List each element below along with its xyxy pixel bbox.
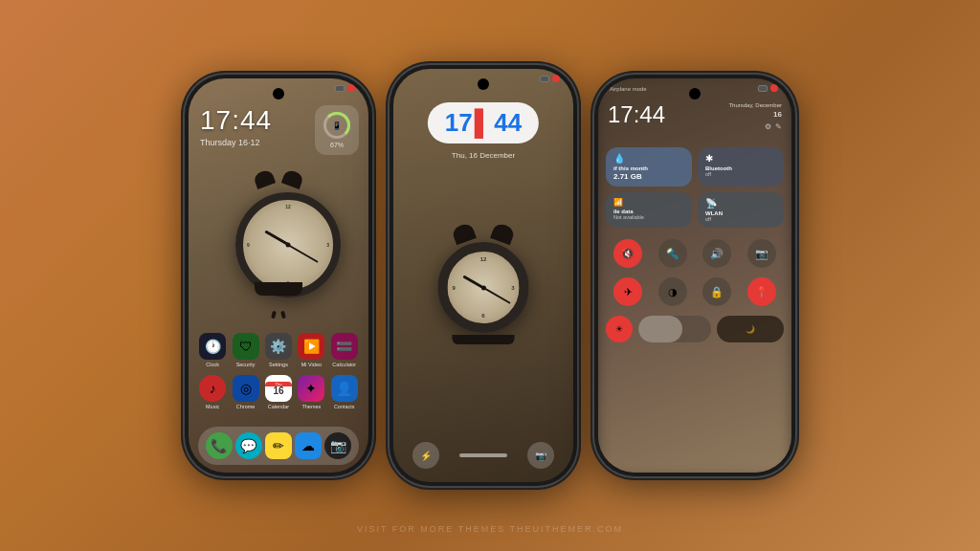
phone-3: Airplane mode 17:44 Thursday, December 1… <box>594 75 795 476</box>
phone-2: 17 ▌ 44 Thu, 16 December 12 3 6 9 <box>390 65 577 486</box>
time-display: 17:44 <box>200 105 272 136</box>
edit-icon[interactable]: ✎ <box>775 122 782 131</box>
app-settings[interactable]: ⚙️ Settings <box>262 333 295 367</box>
time-minutes: 44 <box>494 108 522 138</box>
dock-notes[interactable]: ✏ <box>263 432 293 459</box>
status-bar-2 <box>540 75 560 82</box>
dock-phone[interactable]: 📞 <box>204 432 234 459</box>
p2-clock-face: 12 3 6 9 <box>438 242 529 333</box>
btn-silent[interactable]: 🔇 <box>613 239 642 268</box>
signal-icon: 📶 <box>613 198 684 207</box>
brightness-slider[interactable] <box>638 316 711 342</box>
p3-date-line2: 16 <box>773 109 782 120</box>
time-separator: ▌ <box>475 108 492 138</box>
cam-icon-3 <box>758 85 768 92</box>
data-tile[interactable]: 💧 if this month 2.71 GB <box>606 147 692 187</box>
btn-flight[interactable]: ✈ <box>613 277 642 306</box>
clock-widget: 17:44 Thursday 16·12 <box>200 105 272 147</box>
app-clock[interactable]: 🕐 Clock <box>196 333 229 367</box>
tile-row-2: 📶 ile data Not available 📡 WLAN off <box>606 192 784 228</box>
battery-percent: 67% <box>330 142 344 148</box>
status-bar-icons <box>335 84 355 92</box>
dock-camera[interactable]: 📷 <box>323 432 353 459</box>
time-hours: 17 <box>445 108 473 138</box>
p2-bottom-bar: ⚡ 📷 <box>412 442 554 469</box>
time-pill: 17 ▌ 44 <box>428 102 539 143</box>
clock-image-area: 12 3 6 9 <box>189 160 368 339</box>
clock-base <box>255 282 302 296</box>
punch-hole-camera <box>273 88 284 99</box>
date-display: Thursday 16·12 <box>200 138 272 147</box>
flashlight-btn[interactable]: ⚡ <box>412 442 439 469</box>
btn-bright-low[interactable]: ☀ <box>606 316 633 342</box>
p3-overlay <box>598 78 791 473</box>
bat-icon-2 <box>552 75 560 82</box>
app-themes[interactable]: ✦ Themes <box>295 375 327 409</box>
center-dot <box>286 242 291 247</box>
brightness-row: ☀ 🌙 <box>606 316 784 342</box>
p2-minute-hand <box>483 287 511 304</box>
airplane-mode-label: Airplane mode <box>610 86 647 92</box>
camera-status-icon <box>335 85 345 92</box>
app-row-2: ♪ Music ◎ Chrome Thu 16 Calendar <box>196 375 361 409</box>
app-mi-video[interactable]: ▶️ Mi Video <box>295 333 327 367</box>
p3-date-line1: Thursday, December <box>728 101 782 109</box>
btn-volume[interactable]: 🔊 <box>702 239 731 268</box>
btn-camera[interactable]: 📷 <box>747 239 776 268</box>
app-calculator[interactable]: 🟰 Calculator <box>328 333 361 367</box>
camera-btn[interactable]: 📷 <box>527 442 554 469</box>
status-bar-3 <box>758 84 778 92</box>
settings-icon[interactable]: ⚙ <box>765 122 771 131</box>
round-btns-1: 🔇 🔦 🔊 📷 <box>606 239 784 268</box>
punch-hole-3 <box>689 88 701 99</box>
p2-center-dot <box>481 285 486 290</box>
home-indicator[interactable] <box>459 453 507 457</box>
p3-edit-icons: ⚙ ✎ <box>765 122 782 131</box>
brightness-fill <box>638 316 682 342</box>
punch-hole-2 <box>478 78 489 90</box>
app-music[interactable]: ♪ Music <box>196 375 229 409</box>
watermark: VISIT FOR MORE THEMES THEUITHEMER.COM <box>357 524 623 534</box>
control-tiles: 💧 if this month 2.71 GB ✱ Bluetooth off … <box>606 147 784 233</box>
tile-row-1: 💧 if this month 2.71 GB ✱ Bluetooth off <box>606 147 784 187</box>
bluetooth-icon: ✱ <box>705 153 776 164</box>
minute-hand <box>288 244 319 263</box>
bell-left <box>253 168 276 189</box>
p3-time-row: 17:44 Thursday, December 16 ⚙ ✎ <box>608 101 782 131</box>
p2-clock-area: 12 3 6 9 <box>393 165 573 434</box>
btn-torch[interactable]: 🔦 <box>658 239 687 268</box>
btn-auto-bright[interactable]: ◑ <box>658 277 687 306</box>
clock-leg-right <box>271 310 277 319</box>
app-chrome[interactable]: ◎ Chrome <box>230 375 262 409</box>
app-security[interactable]: 🛡 Security <box>230 333 262 367</box>
p3-date-block: Thursday, December 16 ⚙ ✎ <box>728 101 782 131</box>
cam-icon-2 <box>540 76 549 82</box>
clock-leg-left <box>280 310 286 319</box>
mobile-data-tile[interactable]: 📶 ile data Not available <box>606 192 692 228</box>
bell-right <box>281 168 304 189</box>
p3-time: 17:44 <box>608 101 665 128</box>
wlan-tile[interactable]: 📡 WLAN off <box>698 192 784 228</box>
battery-status-icon <box>347 84 355 92</box>
app-contacts[interactable]: 👤 Contacts <box>328 375 361 409</box>
dock-store[interactable]: ☁ <box>294 432 323 459</box>
btn-location[interactable]: 📍 <box>747 277 776 306</box>
bluetooth-tile[interactable]: ✱ Bluetooth off <box>698 147 784 187</box>
dock: 📞 💬 ✏ ☁ 📷 <box>198 427 359 465</box>
app-calendar[interactable]: Thu 16 Calendar <box>262 375 295 409</box>
p2-date: Thu, 16 December <box>452 151 515 160</box>
phone-1: 17:44 Thursday 16·12 📱 67% <box>185 75 372 476</box>
app-row-1: 🕐 Clock 🛡 Security ⚙️ Settings ▶️ Mi Vid… <box>196 333 361 367</box>
data-icon: 💧 <box>613 153 684 164</box>
app-grid: 🕐 Clock 🛡 Security ⚙️ Settings ▶️ Mi Vid… <box>196 333 361 417</box>
dock-messages[interactable]: 💬 <box>234 432 263 459</box>
dark-mode-block[interactable]: 🌙 <box>717 316 784 342</box>
wifi-icon: 📡 <box>705 198 776 209</box>
btn-lock[interactable]: 🔒 <box>702 277 731 306</box>
battery-widget: 📱 67% <box>315 105 359 155</box>
battery-icon: 📱 <box>332 121 342 130</box>
round-btns-2: ✈ ◑ 🔒 📍 <box>606 277 784 306</box>
battery-ring: 📱 <box>323 112 350 139</box>
bat-icon-3 <box>770 84 778 92</box>
dark-mode-icon: 🌙 <box>746 325 755 334</box>
